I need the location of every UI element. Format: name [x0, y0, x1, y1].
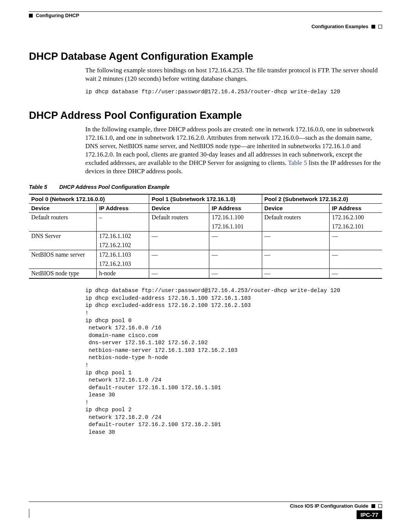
code-db-agent: ip dhcp database ftp://user:password@172…: [85, 88, 382, 96]
heading-dhcp-address-pool: DHCP Address Pool Configuration Example: [29, 110, 382, 121]
th-pool1: Pool 1 (Subnetwork 172.16.1.0): [149, 194, 262, 204]
th-ip-0: IP Address: [97, 204, 149, 213]
table-caption: Table 5 DHCP Address Pool Configuration …: [29, 184, 382, 190]
footer-left-tick: [29, 509, 29, 518]
table-row: 172.16.1.101 172.16.2.101: [29, 222, 382, 232]
table-dhcp-pools: Pool 0 (Network 172.16.0.0) Pool 1 (Subn…: [29, 194, 382, 279]
table-row: DNS Server172.16.1.102 —— ——: [29, 232, 382, 241]
th-ip-2: IP Address: [330, 204, 382, 213]
table-row: NetBIOS node typeh-node —— ——: [29, 269, 382, 279]
th-device-0: Device: [29, 204, 97, 213]
section-title: Configuration Examples: [311, 24, 368, 29]
footer-guide-title: Cisco IOS IP Configuration Guide: [290, 503, 368, 509]
th-device-1: Device: [149, 204, 209, 213]
table-title: DHCP Address Pool Configuration Example: [59, 184, 170, 190]
table-row: Default routers– Default routers172.16.1…: [29, 213, 382, 222]
table5-link[interactable]: Table 5: [288, 159, 307, 166]
footer-marker-solid: [371, 504, 375, 508]
heading-dhcp-database-agent: DHCP Database Agent Configuration Exampl…: [29, 51, 382, 62]
table-row: NetBIOS name server172.16.1.103 —— ——: [29, 250, 382, 260]
para-address-pool: In the following example, three DHCP add…: [85, 125, 382, 176]
th-pool0: Pool 0 (Network 172.16.0.0): [29, 194, 149, 204]
page-number: IPC-77: [357, 510, 382, 519]
page-footer: Cisco IOS IP Configuration Guide IPC-77: [29, 502, 382, 519]
para-db-agent: The following example stores bindings on…: [85, 66, 382, 83]
th-pool2: Pool 2 (Subnetwork 172.16.2.0): [262, 194, 382, 204]
footer-marker-hollow: [378, 504, 382, 508]
chapter-title: Configuring DHCP: [36, 13, 79, 18]
table-row: 172.16.2.102: [29, 241, 382, 250]
th-device-2: Device: [262, 204, 330, 213]
th-ip-1: IP Address: [209, 204, 262, 213]
header-marker-hollow: [378, 25, 382, 29]
table-row: 172.16.2.103: [29, 259, 382, 269]
header-marker-left: [29, 14, 33, 18]
header-marker-solid: [371, 25, 375, 29]
code-address-pool: ip dhcp database ftp://user:password@172…: [85, 287, 382, 436]
table-label: Table 5: [29, 184, 47, 190]
